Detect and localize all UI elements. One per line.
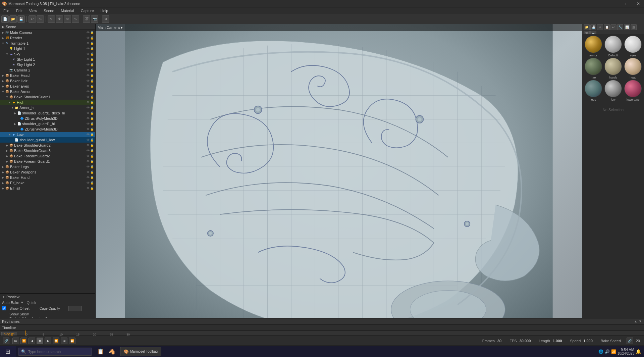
visibility-icon[interactable]: 👁 (87, 36, 90, 40)
tree-item-zbrush2[interactable]: 🔷 ZBrushPolyMesh3D 👁 🔒 (0, 126, 95, 132)
visibility-icon[interactable]: 👁 (87, 58, 90, 61)
transport-next-frame[interactable]: ⏩ (53, 338, 59, 344)
visibility-icon[interactable]: 👁 (87, 122, 90, 125)
menu-scene[interactable]: Scene (42, 8, 56, 13)
toolbar-render[interactable]: 🎬 (83, 15, 90, 23)
scene-tree[interactable]: ▶ 📷 Main Camera 👁 🔒 ▶ 🖼 Render 👁 🔒 (0, 30, 95, 293)
tree-item-camera2[interactable]: 📷 Camera 2 👁 🔒 (0, 67, 95, 73)
camera-selector[interactable]: Main Camera ▾ (98, 26, 123, 30)
material-item-legs[interactable]: legs (584, 80, 603, 101)
visibility-icon[interactable]: 👁 (87, 101, 90, 104)
tree-item-bake-fg1[interactable]: ▶ 📦 Bake ForearmGuard1 👁 🔒 (0, 159, 95, 164)
material-item-head[interactable]: head (624, 58, 643, 79)
tree-item-bake-fg2[interactable]: ▶ 📦 Bake ForearmGuard2 👁 🔒 (0, 153, 95, 159)
lock-icon[interactable]: 🔒 (90, 47, 94, 50)
lock-icon[interactable]: 🔒 (90, 52, 94, 56)
lock-icon[interactable]: 🔒 (90, 31, 94, 34)
tree-item-baker-legs[interactable]: ▶ 📦 Baker Legs 👁 🔒 (0, 164, 95, 169)
rt-btn-5[interactable]: ↩ (610, 24, 616, 30)
lock-icon[interactable]: 🔒 (90, 149, 94, 152)
visibility-icon[interactable]: 👁 (87, 63, 90, 66)
visibility-icon[interactable]: 👁 (87, 47, 90, 50)
visibility-icon[interactable]: 👁 (87, 52, 90, 56)
tree-item-zbrush1[interactable]: 🔷 ZBrushPolyMesh3D 👁 🔒 (0, 116, 95, 121)
lock-icon[interactable]: 🔒 (90, 154, 94, 158)
lock-icon[interactable]: 🔒 (90, 176, 94, 179)
taskbar-view-btn[interactable]: 📋 (95, 346, 106, 357)
lock-icon[interactable]: 🔒 (90, 58, 94, 61)
tree-item-armor-hi[interactable]: ▼ 📁 Armor_hi 👁 🔒 (0, 105, 95, 110)
lock-icon[interactable]: 🔒 (90, 111, 94, 115)
tree-item-elf-all[interactable]: ▶ 📦 Elf_all 👁 🔒 (0, 186, 95, 191)
viewport[interactable]: Main Camera ▾ (96, 24, 582, 357)
visibility-icon[interactable]: 👁 (87, 85, 90, 88)
lock-icon[interactable]: 🔒 (90, 101, 94, 104)
tree-item-sg-low[interactable]: 📄 shoulder_guard1_low 👁 🔒 (0, 137, 95, 143)
lock-icon[interactable]: 🔒 (90, 42, 94, 45)
tree-item-baker-hair[interactable]: ▶ 📦 Baker Hair 👁 🔒 (0, 78, 95, 84)
transport-loop[interactable]: 🔁 (69, 338, 75, 344)
material-item-eyes[interactable]: eyes (624, 36, 643, 57)
lock-icon[interactable]: 🔒 (90, 117, 94, 120)
toolbar-select[interactable]: ↖ (48, 15, 55, 23)
visibility-icon[interactable]: 👁 (87, 42, 90, 45)
keyframes-expand[interactable]: ▲ (634, 319, 637, 323)
visibility-icon[interactable]: 👁 (87, 90, 90, 93)
visibility-icon[interactable]: 👁 (87, 111, 90, 115)
lock-icon[interactable]: 🔒 (90, 79, 94, 83)
cage-opacity-input[interactable]: 0.5 (68, 306, 82, 311)
keyframes-collapse[interactable]: ▼ (639, 319, 642, 323)
lock-icon[interactable]: 🔒 (90, 160, 94, 163)
tree-item-baker-armor[interactable]: ▼ 📦 Baker Armor 👁 🔒 (0, 89, 95, 94)
tree-item-baker-weapons[interactable]: ▶ 📦 Baker Weapons 👁 🔒 (0, 169, 95, 175)
visibility-icon[interactable]: 👁 (87, 95, 90, 99)
tree-item-bake-sg3[interactable]: ▶ 📦 Bake ShoulderGuard3 👁 🔒 (0, 148, 95, 153)
material-item-armor[interactable]: armor (584, 36, 603, 57)
start-button[interactable]: ⊞ (0, 346, 16, 357)
chain-btn[interactable]: 🔗 (3, 338, 9, 344)
visibility-icon[interactable]: 👁 (87, 138, 90, 142)
rt-btn-3[interactable]: ✂ (597, 24, 603, 30)
rt-btn-8[interactable]: 🖼 (631, 24, 637, 30)
transport-play-back[interactable]: ◀ (29, 338, 35, 344)
notification-btn[interactable]: 🔔 (636, 349, 641, 354)
transport-play[interactable]: ▶ (45, 338, 51, 344)
transport-stop[interactable]: ■ (37, 338, 43, 344)
rt-btn-4[interactable]: 📋 (604, 24, 610, 30)
visibility-icon[interactable]: 👁 (87, 160, 90, 163)
tray-icon-3[interactable]: 📶 (611, 349, 616, 354)
maximize-button[interactable]: □ (621, 0, 633, 7)
tree-item-skylight1[interactable]: ☀ Sky Light 1 👁 🔒 (0, 57, 95, 62)
lock-icon[interactable]: 🔒 (90, 138, 94, 142)
visibility-icon[interactable]: 👁 (87, 128, 90, 131)
tree-item-elf-bake[interactable]: ▶ 📦 Elf_bake 👁 🔒 (0, 180, 95, 186)
visibility-icon[interactable]: 👁 (87, 187, 90, 190)
visibility-icon[interactable]: 👁 (87, 144, 90, 147)
tree-item-light1[interactable]: 💡 Light 1 👁 🔒 (0, 46, 95, 51)
visibility-icon[interactable]: 👁 (87, 31, 90, 34)
transport-to-end[interactable]: ⏭ (61, 338, 67, 344)
lock-icon[interactable]: 🔒 (90, 133, 94, 136)
lock-icon[interactable]: 🔒 (90, 181, 94, 185)
lock-icon[interactable]: 🔒 (90, 144, 94, 147)
toolbar-scale[interactable]: ⤡ (72, 15, 79, 23)
tray-icon-2[interactable]: 🔊 (605, 349, 610, 354)
rt-btn-6[interactable]: 🔧 (617, 24, 623, 30)
autobake-arrow[interactable]: ▾ (21, 300, 23, 305)
visibility-icon[interactable]: 👁 (87, 165, 90, 168)
lock-icon[interactable]: 🔒 (90, 68, 94, 72)
material-item-hair[interactable]: hae (584, 58, 603, 79)
rt-btn-2[interactable]: 💾 (590, 24, 596, 30)
close-button[interactable]: ✕ (633, 0, 644, 7)
menu-file[interactable]: File (1, 8, 11, 13)
toolbar-move[interactable]: ✥ (56, 15, 63, 23)
visibility-icon[interactable]: 👁 (87, 176, 90, 179)
rt-btn-1[interactable]: 📁 (584, 24, 590, 30)
tree-item-low[interactable]: ▼ ▶ Low 👁 🔒 (0, 132, 95, 137)
lock-icon[interactable]: 🔒 (90, 122, 94, 125)
lock-icon[interactable]: 🔒 (90, 90, 94, 93)
visibility-icon[interactable]: 👁 (87, 133, 90, 136)
bake-speed-input-btn[interactable]: 🔗 (627, 338, 633, 344)
rt-btn-7[interactable]: 📊 (624, 24, 630, 30)
visibility-icon[interactable]: 👁 (87, 79, 90, 83)
